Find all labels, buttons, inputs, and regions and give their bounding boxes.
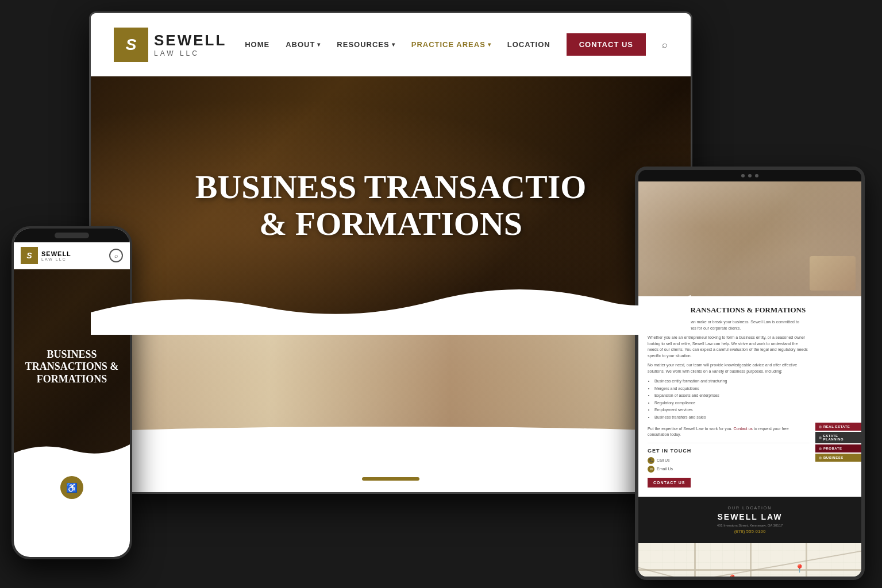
phone-hero-title: BUSINESS TRANSACTIONS & FORMATIONS bbox=[25, 349, 119, 386]
hero-title: BUSINESS TRANSACTIO & FORMATIONS bbox=[195, 169, 587, 242]
call-item: 📞 Call Us bbox=[648, 457, 810, 464]
logo-text: SEWELL LAW LLC bbox=[154, 32, 226, 57]
phone-notch bbox=[14, 229, 130, 242]
btn-dot-icon bbox=[819, 447, 822, 450]
list-item: Employment services bbox=[654, 407, 810, 414]
tablet-footer-text: Put the expertise of Sewell Law to work … bbox=[648, 426, 810, 438]
get-in-touch-title: GET IN TOUCH bbox=[648, 448, 810, 454]
phone-header: S SEWELL LAW LLC ⌕ bbox=[14, 242, 130, 269]
map-diagonal bbox=[646, 543, 861, 580]
scene: S SEWELL LAW LLC HOME ABOUT ▾ RESOURCES bbox=[0, 0, 882, 588]
tablet-map: 📍 📍 📍 📍 📍 bbox=[638, 543, 861, 580]
nav-resources[interactable]: RESOURCES ▾ bbox=[337, 40, 395, 49]
contact-link[interactable]: Contact us bbox=[733, 427, 752, 431]
btn-dot-icon bbox=[819, 436, 822, 439]
map-roads bbox=[638, 543, 861, 580]
list-item: Mergers and acquisitions bbox=[654, 385, 810, 393]
list-item: Regulatory compliance bbox=[654, 400, 810, 407]
hero-text: BUSINESS TRANSACTIO & FORMATIONS bbox=[195, 169, 587, 242]
tablet-footer: OUR LOCATION SEWELL LAW 401 Investors St… bbox=[638, 497, 861, 543]
phone-footer-icon: ♿ bbox=[60, 476, 83, 499]
tablet: BUSINESS TRANSACTIONS & FORMATIONS The r… bbox=[635, 167, 865, 580]
desktop-screen: S SEWELL LAW LLC HOME ABOUT ▾ RESOURCES bbox=[91, 13, 691, 492]
nav-home[interactable]: HOME bbox=[245, 40, 269, 49]
phone-logo-name: SEWELL bbox=[41, 250, 71, 257]
tablet-contact-button[interactable]: CONTACT US bbox=[648, 478, 691, 488]
logo-sub: LAW LLC bbox=[154, 49, 226, 57]
nav-about[interactable]: ABOUT ▾ bbox=[286, 40, 321, 49]
phone: S SEWELL LAW LLC ⌕ BUSINESS TRANSACTIONS… bbox=[11, 226, 132, 559]
tablet-dot-2 bbox=[748, 174, 752, 177]
footer-firm-name: SEWELL LAW bbox=[648, 512, 852, 521]
tablet-hero-image bbox=[638, 181, 861, 296]
about-chevron-icon: ▾ bbox=[317, 41, 321, 48]
practice-chevron-icon: ▾ bbox=[488, 41, 491, 48]
accessibility-icon: ♿ bbox=[66, 482, 78, 493]
btn-dot-icon bbox=[819, 457, 822, 459]
tablet-dot-3 bbox=[755, 174, 758, 177]
map-diagonal bbox=[638, 565, 848, 580]
list-item: Expansion of assets and enterprises bbox=[654, 392, 810, 400]
email-icon: ✉ bbox=[648, 466, 654, 473]
phone-wave-icon bbox=[14, 442, 130, 465]
nav-practice-areas[interactable]: PRACTICE AREAS ▾ bbox=[411, 40, 491, 49]
map-pin-icon: 📍 bbox=[795, 564, 804, 573]
phone-logo-sub: LAW LLC bbox=[41, 257, 71, 261]
map-pin-icon: 📍 bbox=[727, 574, 737, 580]
phone-search-icon[interactable]: ⌕ bbox=[109, 249, 123, 262]
phone-logo-text-area: SEWELL LAW LLC bbox=[41, 250, 71, 261]
phone-logo-box: S bbox=[21, 247, 38, 264]
phone-hero-text: BUSINESS TRANSACTIONS & FORMATIONS bbox=[16, 349, 128, 386]
nav-location[interactable]: LOCATION bbox=[507, 40, 550, 49]
footer-address: 401 Investors Street, Kennesaw, GA 30117 bbox=[648, 524, 852, 527]
tablet-body-2: Whether you are an entrepreneur looking … bbox=[648, 335, 810, 359]
desktop-hero: BUSINESS TRANSACTIO & FORMATIONS bbox=[91, 76, 691, 335]
tablet-body-3: No matter your need, our team will provi… bbox=[648, 362, 810, 374]
get-in-touch-section: GET IN TOUCH 📞 Call Us ✉ Email Us CONTAC… bbox=[648, 443, 810, 488]
sidebar-business[interactable]: BUSINESS bbox=[815, 454, 861, 462]
list-item: Business entity formation and structurin… bbox=[654, 378, 810, 385]
search-icon[interactable]: ⌕ bbox=[662, 40, 668, 50]
resources-chevron-icon: ▾ bbox=[392, 41, 395, 48]
logo-name: SEWELL bbox=[154, 32, 226, 49]
desktop-header: S SEWELL LAW LLC HOME ABOUT ▾ RESOURCES bbox=[91, 13, 691, 76]
scroll-indicator bbox=[362, 477, 419, 481]
phone-screen: S SEWELL LAW LLC ⌕ BUSINESS TRANSACTIONS… bbox=[14, 229, 130, 557]
logo-box: S bbox=[114, 28, 148, 62]
btn-dot-icon bbox=[819, 425, 822, 428]
desktop-monitor: S SEWELL LAW LLC HOME ABOUT ▾ RESOURCES bbox=[89, 11, 692, 494]
desktop-nav: HOME ABOUT ▾ RESOURCES ▾ PRACTICE AREAS … bbox=[245, 33, 668, 56]
tablet-screen: BUSINESS TRANSACTIONS & FORMATIONS The r… bbox=[638, 181, 861, 580]
logo-area: S SEWELL LAW LLC bbox=[114, 28, 226, 62]
footer-label: OUR LOCATION bbox=[648, 506, 852, 510]
phone-bottom: ♿ bbox=[14, 465, 130, 510]
footer-phone: (678) 555-0100 bbox=[648, 529, 852, 534]
list-item: Business transfers and sales bbox=[654, 414, 810, 421]
email-item: ✉ Email Us bbox=[648, 466, 810, 473]
map-road bbox=[694, 543, 696, 580]
sidebar-estate-planning[interactable]: ESTATE PLANNING bbox=[815, 432, 861, 443]
sidebar-probate[interactable]: PROBATE bbox=[815, 444, 861, 452]
phone-notch-bar bbox=[55, 233, 89, 238]
phone-logo: S SEWELL LAW LLC bbox=[21, 247, 71, 264]
logo-letter: S bbox=[126, 36, 137, 54]
nav-contact-button[interactable]: CONTACT US bbox=[567, 33, 646, 56]
lower-image-section bbox=[91, 335, 691, 438]
tablet-camera-dot bbox=[741, 174, 745, 177]
map-road bbox=[750, 543, 752, 580]
tablet-top-bar bbox=[638, 170, 861, 181]
tablet-sidebar: REAL ESTATE ESTATE PLANNING PROBATE BUSI… bbox=[815, 423, 861, 462]
sidebar-real-estate[interactable]: REAL ESTATE bbox=[815, 423, 861, 431]
hero-wave bbox=[91, 289, 691, 335]
tablet-list: Business entity formation and structurin… bbox=[648, 378, 810, 421]
phone-icon: 📞 bbox=[648, 457, 654, 464]
